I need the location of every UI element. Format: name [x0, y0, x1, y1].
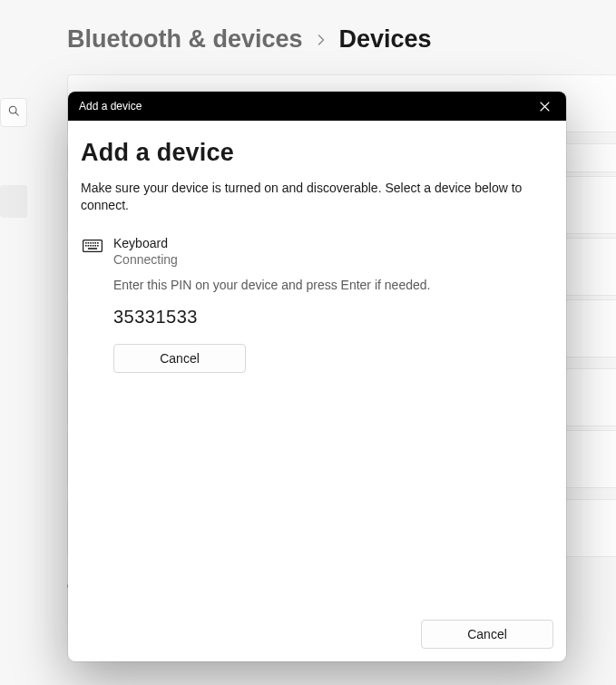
- dialog-title: Add a device: [81, 139, 553, 167]
- svg-rect-4: [88, 242, 90, 244]
- close-icon: [540, 102, 550, 112]
- breadcrumb-current: Devices: [339, 25, 432, 54]
- svg-rect-3: [85, 242, 87, 244]
- svg-rect-14: [97, 245, 99, 247]
- pin-block: Enter this PIN on your device and press …: [81, 278, 553, 373]
- breadcrumb-parent[interactable]: Bluetooth & devices: [67, 25, 303, 54]
- close-button[interactable]: [532, 95, 557, 117]
- dialog-footer: Cancel: [68, 609, 566, 661]
- cancel-dialog-button[interactable]: Cancel: [421, 620, 553, 649]
- pin-instruction: Enter this PIN on your device and press …: [113, 278, 553, 292]
- dialog-window-title: Add a device: [79, 100, 142, 113]
- svg-rect-11: [90, 245, 92, 247]
- left-rail: [0, 98, 27, 218]
- device-status: Connecting: [113, 252, 553, 267]
- dialog-subtitle: Make sure your device is turned on and d…: [81, 180, 543, 214]
- device-row[interactable]: Keyboard Connecting: [81, 234, 553, 267]
- keyboard-icon: [83, 239, 103, 253]
- dialog-body: Add a device Make sure your device is tu…: [68, 121, 566, 609]
- breadcrumb: Bluetooth & devices Devices: [0, 0, 616, 75]
- pin-code: 35331533: [113, 307, 553, 328]
- cancel-pairing-button[interactable]: Cancel: [113, 344, 246, 373]
- svg-rect-8: [97, 242, 99, 244]
- search-icon: [7, 104, 20, 121]
- dialog-titlebar: Add a device: [68, 92, 566, 121]
- svg-rect-9: [85, 245, 87, 247]
- svg-rect-10: [88, 245, 90, 247]
- svg-rect-7: [94, 242, 96, 244]
- device-name: Keyboard: [113, 236, 553, 250]
- svg-rect-6: [93, 242, 94, 244]
- chevron-right-icon: [316, 29, 327, 50]
- nav-item-selected[interactable]: [0, 185, 27, 218]
- svg-line-1: [15, 113, 18, 115]
- svg-rect-15: [88, 248, 97, 250]
- search-input[interactable]: [0, 98, 27, 127]
- svg-rect-12: [93, 245, 94, 247]
- svg-rect-5: [90, 242, 92, 244]
- device-info: Keyboard Connecting: [113, 236, 553, 267]
- svg-rect-13: [94, 245, 96, 247]
- add-device-dialog: Add a device Add a device Make sure your…: [68, 92, 566, 661]
